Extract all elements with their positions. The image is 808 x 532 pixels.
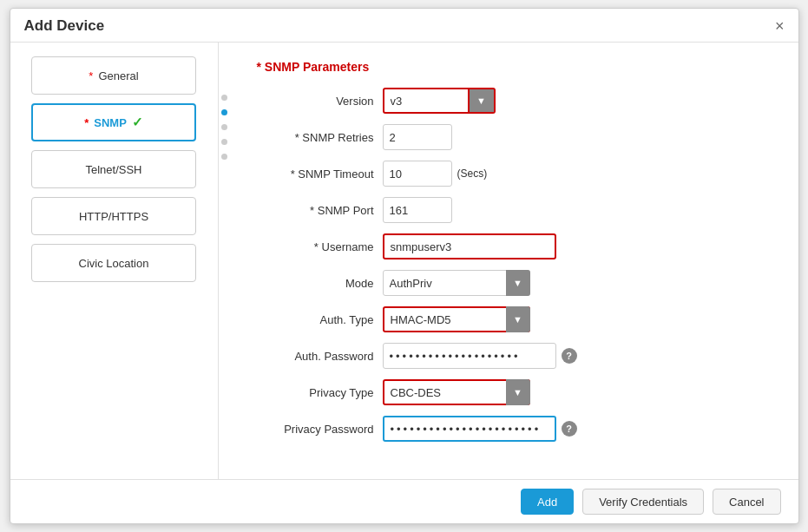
version-wrap: ▼ (383, 88, 496, 114)
dialog-title: Add Device (24, 17, 105, 35)
port-label: * SNMP Port (257, 204, 383, 217)
dot-5 (221, 154, 227, 160)
mode-row: Mode AuthPriv AuthNoPriv NoAuthNoPriv ▼ (257, 270, 772, 296)
mode-select[interactable]: AuthPriv AuthNoPriv NoAuthNoPriv (383, 270, 530, 296)
auth-type-label: Auth. Type (257, 313, 383, 326)
privacy-type-select-wrap: CBC-DES CFB-AES-128 ▼ (383, 379, 530, 405)
auth-password-row: Auth. Password ? (257, 343, 772, 369)
close-button[interactable]: × (775, 18, 785, 34)
version-row: Version ▼ (257, 88, 772, 114)
retries-label: * SNMP Retries (257, 131, 383, 144)
dialog-footer: Add Verify Credentials Cancel (10, 479, 798, 523)
sidebar-item-civic-label: Civic Location (79, 257, 149, 270)
add-device-dialog: Add Device × * General * SNMP ✓ Telnet/S… (10, 8, 799, 524)
dot-2 (221, 109, 227, 115)
port-input[interactable] (383, 197, 452, 223)
snmp-check-icon: ✓ (132, 115, 143, 130)
version-input[interactable] (383, 88, 470, 114)
username-label: * Username (257, 240, 383, 253)
retries-input[interactable] (383, 124, 452, 150)
sidebar-item-general[interactable]: * General (31, 56, 196, 95)
privacy-type-row: Privacy Type CBC-DES CFB-AES-128 ▼ (257, 379, 772, 405)
privacy-type-label: Privacy Type (257, 386, 383, 399)
sidebar-item-http[interactable]: HTTP/HTTPS (31, 197, 196, 235)
timeout-input[interactable] (383, 161, 452, 187)
sidebar-item-snmp[interactable]: * SNMP ✓ (31, 103, 196, 141)
auth-password-input[interactable] (383, 343, 556, 369)
privacy-password-label: Privacy Password (257, 423, 383, 436)
dot-4 (221, 139, 227, 145)
mode-select-wrap: AuthPriv AuthNoPriv NoAuthNoPriv ▼ (383, 270, 530, 296)
sidebar-item-snmp-label: SNMP (94, 116, 127, 129)
snmp-section-title: * SNMP Parameters (257, 60, 772, 74)
sidebar-item-telnet-label: Telnet/SSH (85, 163, 141, 176)
timeout-unit: (Secs) (457, 167, 488, 180)
sidebar: * General * SNMP ✓ Telnet/SSH HTTP/HTTPS… (10, 43, 219, 479)
verify-credentials-button[interactable]: Verify Credentials (582, 489, 704, 515)
retries-row: * SNMP Retries (257, 124, 772, 150)
privacy-password-row: Privacy Password ? (257, 416, 772, 442)
auth-type-select-wrap: HMAC-MD5 HMAC-SHA ▼ (383, 306, 530, 332)
port-row: * SNMP Port (257, 197, 772, 223)
privacy-password-help-icon[interactable]: ? (562, 421, 577, 437)
main-content: * SNMP Parameters Version ▼ * SNMP Retri… (231, 43, 798, 479)
step-dots (219, 43, 231, 479)
dot-3 (221, 124, 227, 130)
auth-password-label: Auth. Password (257, 350, 383, 363)
general-required-star: * (89, 69, 93, 82)
privacy-type-select[interactable]: CBC-DES CFB-AES-128 (383, 379, 530, 405)
dialog-body: * General * SNMP ✓ Telnet/SSH HTTP/HTTPS… (10, 43, 798, 479)
auth-type-select[interactable]: HMAC-MD5 HMAC-SHA (383, 306, 530, 332)
add-button[interactable]: Add (521, 489, 574, 515)
cancel-button[interactable]: Cancel (713, 489, 780, 515)
privacy-password-input[interactable] (383, 416, 556, 442)
snmp-required-star: * (84, 116, 89, 129)
version-label: Version (257, 95, 383, 108)
username-input[interactable] (383, 233, 556, 259)
timeout-row: * SNMP Timeout (Secs) (257, 161, 772, 187)
sidebar-item-http-label: HTTP/HTTPS (79, 210, 148, 223)
username-row: * Username (257, 233, 772, 259)
sidebar-item-general-label: General (98, 69, 138, 82)
dot-1 (221, 95, 227, 101)
sidebar-item-telnet[interactable]: Telnet/SSH (31, 150, 196, 188)
auth-type-row: Auth. Type HMAC-MD5 HMAC-SHA ▼ (257, 306, 772, 332)
mode-label: Mode (257, 277, 383, 290)
version-dropdown-btn[interactable]: ▼ (470, 88, 496, 114)
dialog-header: Add Device × (10, 9, 798, 43)
auth-password-help-icon[interactable]: ? (562, 348, 577, 364)
sidebar-item-civic[interactable]: Civic Location (31, 244, 196, 282)
timeout-label: * SNMP Timeout (257, 167, 383, 181)
